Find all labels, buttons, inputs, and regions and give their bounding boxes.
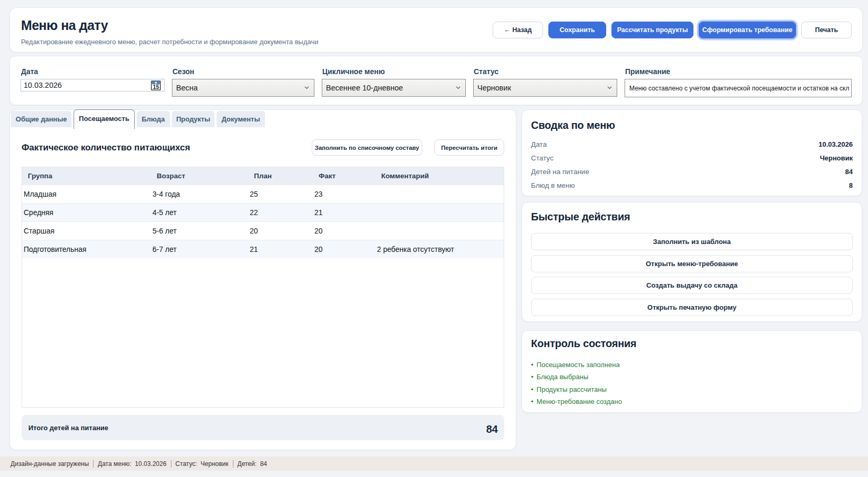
svg-text:15: 15: [153, 84, 159, 90]
